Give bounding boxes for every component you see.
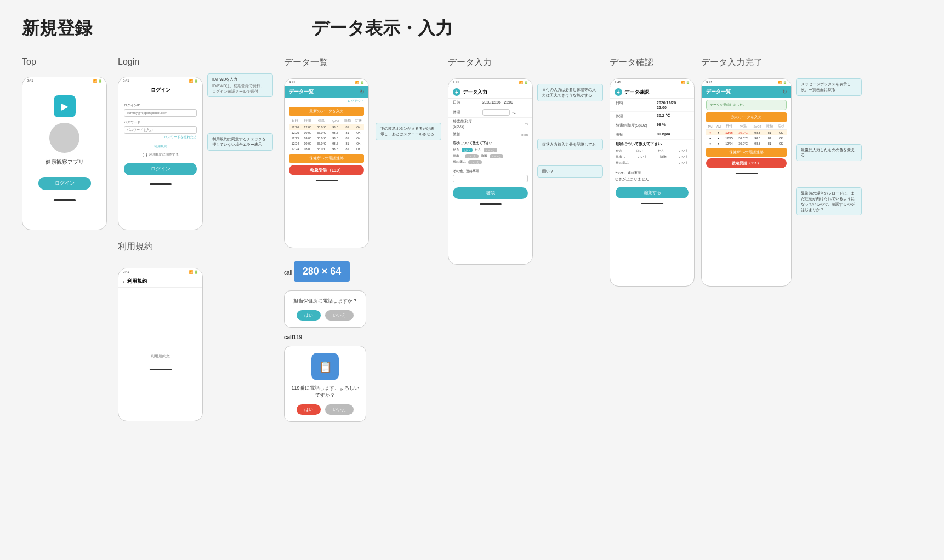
login-phone: 9:41 📶 🔋 ログイン ログインID パスワード パスワードを忘れた方 [118, 77, 203, 230]
table-row[interactable]: 12/25 09:00 36.0°C 98.3 81 OK [289, 135, 364, 141]
top-login-button[interactable]: ログイン [38, 177, 91, 190]
terms-back-header: ‹ 利用規約 [118, 276, 202, 288]
symptoms-section: 症状について教えて下さい せき はい たん いいえ 鼻出し いいえ [448, 139, 532, 167]
size-badge: 280 × 64 [294, 261, 350, 282]
confirm-symptom-3: 喉の痛みいいえ [616, 161, 689, 165]
add-icon: + [453, 88, 460, 96]
login-button[interactable]: ログイン [124, 163, 197, 175]
table-row[interactable]: 12/24 09:00 36.0°C 98.3 81 OK [289, 141, 364, 146]
datainput-annotation3: 問い？ [537, 165, 603, 178]
refresh-icon[interactable]: ↻ [360, 89, 364, 95]
top-phone: 9:41 📶 🔋 ▶ 健康観察アプリ ログイン [22, 77, 107, 230]
dataconfirm-group: データ確認 9:41 📶 🔋 + データ確認 日時 2020/12/26 2 [610, 57, 695, 287]
another-data-button[interactable]: 別のデータを入力 [706, 112, 787, 122]
complete-annotation1: メッセージボックスを表示し次、一覧画面に戻る [796, 78, 862, 96]
bottom-bar [150, 183, 172, 185]
password-label: パスワード [124, 120, 197, 125]
login-id-input[interactable] [124, 109, 197, 117]
complete-header: データ一覧 ↻ [702, 86, 791, 98]
table-row[interactable]: ● ● 12/26 36.0°C 98.3 81 OK [706, 130, 787, 136]
login-phone-group: Login 9:41 📶 🔋 ログイン ログインID [118, 57, 203, 230]
call119-dialog: 📋 119番に電話します。よろしいですか？ はい いいえ [284, 346, 366, 422]
other-section: その他、連絡事項 [448, 167, 532, 184]
symptom-item-3: 喉の痛み いいえ [453, 159, 528, 164]
call119-group: call119 📋 119番に電話します。よろしいですか？ はい いいえ [284, 334, 369, 422]
confirm-symptom-1: せきはい たんいいえ [616, 148, 689, 153]
success-message: データを登録しました。 [706, 100, 787, 110]
temp-row: 体温 ℃ [448, 107, 532, 118]
bottom-bar [54, 199, 76, 201]
call-group: call 280 × 64 担当保健所に電話しますか？ はい いいえ [284, 258, 369, 422]
confirm-pulse-row: 脈拍 80 bpm [610, 130, 694, 140]
bottom-bar [641, 203, 663, 204]
table-row[interactable]: 12/26 22:00 36.0°C 98.3 81 OK [289, 124, 364, 130]
login-label: Login [118, 57, 203, 67]
new-user-section: Top 9:41 📶 🔋 ▶ 健康観察アプリ ログイン [22, 57, 273, 421]
symptoms-title: 症状について教えて下さい [453, 141, 528, 146]
avatar [49, 123, 79, 153]
agree-row: 利用規約に同意する [124, 152, 197, 157]
password-input[interactable] [124, 126, 197, 134]
forget-password-link[interactable]: パスワードを忘れた方 [124, 135, 197, 140]
edit-button[interactable]: 編集する [616, 187, 689, 198]
back-arrow-icon[interactable]: ‹ [123, 278, 125, 285]
datalist-phone: 9:41 📶 🔋 データ一覧 ↻ ログアウト 最新のデータを入力 [284, 78, 369, 248]
datainput-annotations: 日付の入力は必要し体温等の入力は工夫できそうな気がする 症状入力前入力分を記憶し… [537, 84, 603, 178]
confirm-symptom-2: 鼻出しいいえ 咳嗽いいえ [616, 155, 689, 159]
ambulance-button[interactable]: 救急受診（119） [289, 165, 364, 175]
toggle-off-2[interactable]: いいえ [465, 154, 479, 158]
call119-yes-button[interactable]: はい [297, 404, 321, 415]
call119-no-button[interactable]: いいえ [325, 404, 354, 415]
add-icon: + [615, 88, 622, 96]
phc-call-button[interactable]: 保健所への電話連絡 [289, 154, 364, 163]
call-label: call 280 × 64 [284, 258, 369, 285]
confirm-datetime-row: 日時 2020/12/26 22:00 [610, 99, 694, 112]
refresh-icon[interactable]: ↻ [782, 89, 787, 95]
emergency-button[interactable]: 救急要請（119） [706, 158, 787, 168]
toggle-off-4[interactable]: いいえ [468, 160, 482, 164]
logout-link[interactable]: ログアウト [348, 99, 364, 102]
symptom-item-2: 鼻出し いいえ 咳嗽 いいえ [453, 153, 528, 158]
toggle-on-1[interactable]: はい [462, 148, 473, 152]
call-dialog-text: 担当保健所に電話しますか？ [291, 298, 359, 305]
confirm-button[interactable]: 確認 [453, 187, 528, 199]
terms-page-title: 利用規約 [127, 278, 147, 285]
toggle-off-3[interactable]: いいえ [490, 154, 503, 158]
call-no-button[interactable]: いいえ [325, 310, 354, 321]
datainput-header: + データ入力 [448, 86, 532, 99]
data-section: データ一覧 9:41 📶 🔋 データ一覧 ↻ ログアウト [284, 57, 862, 422]
temp-input[interactable] [482, 109, 510, 116]
call119-icon: 📋 [311, 353, 339, 380]
datainput-phone: 9:41 📶 🔋 + データ入力 日時 2020/12/26 22:00 [448, 78, 533, 265]
terms-link-login[interactable]: 利用規約 [124, 144, 197, 149]
phc-button[interactable]: 保健所への電話連絡 [706, 148, 787, 157]
bottom-bar [316, 180, 338, 181]
table-row[interactable]: 12/26 09:00 36.0°C 98.3 81 OK [289, 130, 364, 135]
datalist-header: データ一覧 ↻ [285, 86, 368, 98]
dataconfirm-phone: 9:41 📶 🔋 + データ確認 日時 2020/12/26 22:00 [610, 78, 695, 287]
terms-content-area: 利用規約文 [124, 293, 197, 359]
datacomplete-phone: 9:41 📶 🔋 データ一覧 ↻ データを登録しました。 別のデータを入力 [701, 78, 792, 287]
login-title: ログイン [118, 84, 202, 96]
table-row[interactable]: ● ● 12/24 36.0°C 98.3 81 OK [706, 141, 787, 146]
agree-text: 利用規約に同意する [149, 152, 179, 157]
confirm-other-section: その他、連絡事項 せきが止まりません [610, 169, 694, 184]
table-row[interactable]: ● ● 12/25 36.0°C 98.3 81 OK [706, 135, 787, 141]
confirm-spo2-row: 酸素飽和度(SpO2) 98 % [610, 121, 694, 130]
top-app-area: ▶ 健康観察アプリ ログイン [22, 84, 106, 195]
input-data-button[interactable]: 最新のデータを入力 [289, 107, 364, 116]
section2-title: データ表示・入力 [311, 16, 453, 41]
bottom-bar [150, 369, 172, 370]
table-row[interactable]: 12/24 03:00 36.0°C 98.3 81 OK [289, 146, 364, 152]
play-icon[interactable]: ▶ [54, 95, 76, 117]
complete-annotations: メッセージボックスを表示し次、一覧画面に戻る 最後に入力したものの色を変える 異… [796, 78, 862, 215]
other-input[interactable] [453, 175, 528, 182]
login-id-label: ログインID [124, 103, 197, 108]
call-dialog: 担当保健所に電話しますか？ はい いいえ [284, 290, 366, 328]
call-yes-button[interactable]: はい [297, 310, 321, 321]
call119-buttons: はい いいえ [291, 404, 359, 415]
login-section: Login 9:41 📶 🔋 ログイン ログインID [118, 57, 273, 421]
agree-checkbox[interactable] [143, 153, 147, 157]
top-label: Top [22, 57, 107, 67]
toggle-off-1[interactable]: いいえ [484, 148, 497, 152]
